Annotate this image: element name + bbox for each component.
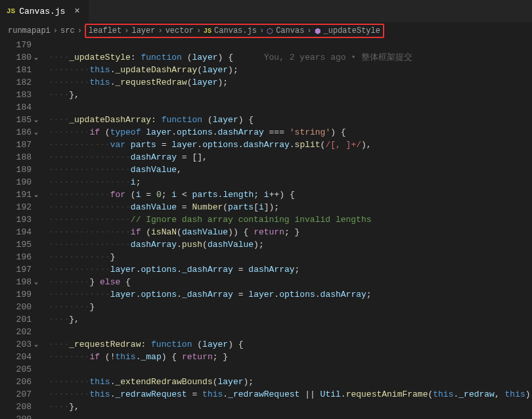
crumb-src[interactable]: src (60, 26, 75, 35)
code-line[interactable]: ········this._updateDashArray(layer); (49, 64, 532, 76)
gutter-line[interactable]: 209 (0, 413, 41, 419)
code-line[interactable]: ············for (i = 0; i < parts.length… (49, 188, 532, 201)
code-line[interactable]: ········} else { (49, 276, 532, 288)
code-line[interactable]: ········if (typeof layer.options.dashArr… (49, 126, 532, 139)
code-line[interactable]: ············var parts = layer.options.da… (49, 139, 532, 151)
gutter-line[interactable]: 188 (0, 151, 41, 164)
gutter-line[interactable]: 200 (0, 301, 41, 313)
code-line[interactable]: ········} (49, 301, 532, 313)
gutter-line[interactable]: 191⌄ (0, 188, 41, 201)
gutter-line[interactable]: 205 (0, 363, 41, 376)
line-number: 184 (13, 101, 32, 114)
gutter-line[interactable]: 208 (0, 401, 41, 413)
gutter-line[interactable]: 202 (0, 326, 41, 338)
gutter-line[interactable]: 197 (0, 263, 41, 276)
code-line[interactable]: ················i; (49, 176, 532, 188)
code-line[interactable]: ················dashValue = Number(parts… (49, 201, 532, 213)
gutter-line[interactable]: 182 (0, 76, 41, 89)
line-number: 198 (13, 276, 32, 288)
line-number: 182 (13, 76, 32, 89)
gutter-line[interactable]: 187 (0, 139, 41, 151)
crumb-file[interactable]: Canvas.js (214, 26, 257, 35)
gutter-line[interactable]: 194 (0, 226, 41, 238)
gutter-line[interactable]: 190 (0, 176, 41, 188)
crumb-method[interactable]: _updateStyle (324, 26, 380, 35)
code-line[interactable]: ············} (49, 251, 532, 263)
code-line[interactable] (49, 326, 532, 338)
code-line[interactable]: ····_requestRedraw: function (layer) { (49, 338, 532, 351)
line-number: 201 (13, 313, 32, 326)
crumb-layer[interactable]: layer (131, 26, 155, 35)
line-number: 209 (13, 413, 32, 419)
crumb-runmapapi[interactable]: runmapapi (8, 26, 51, 35)
gutter-line[interactable]: 183 (0, 89, 41, 101)
code-line[interactable]: ········if (!this._map) { return; } (49, 351, 532, 363)
fold-icon[interactable]: ⌄ (32, 188, 41, 201)
gutter-line[interactable]: 184 (0, 101, 41, 114)
line-number: 205 (13, 363, 32, 376)
code-line[interactable]: ················// Ignore dash array con… (49, 213, 532, 226)
fold-icon[interactable]: ⌄ (32, 51, 41, 64)
line-number: 194 (13, 226, 32, 238)
line-number: 199 (13, 288, 32, 301)
code-line[interactable]: ········this._redrawRequest = this._redr… (49, 388, 532, 401)
code-line[interactable]: ········this._requestRedraw(layer); (49, 76, 532, 89)
gutter-line[interactable]: 199 (0, 288, 41, 301)
method-icon: ⬢ (315, 27, 321, 35)
code-line[interactable]: ············layer.options._dashArray = d… (49, 263, 532, 276)
line-number: 183 (13, 89, 32, 101)
gutter-line[interactable]: 189 (0, 164, 41, 176)
code-area[interactable]: ····_updateStyle: function (layer) { You… (46, 39, 532, 419)
fold-icon[interactable]: ⌄ (32, 114, 41, 126)
gutter-line[interactable]: 207 (0, 388, 41, 401)
code-line[interactable]: ················dashArray.push(dashValue… (49, 238, 532, 251)
gutter-line[interactable]: 193 (0, 213, 41, 226)
line-number: 206 (13, 376, 32, 388)
code-line[interactable] (49, 39, 532, 51)
chevron-right-icon: › (259, 26, 264, 35)
line-number: 189 (13, 164, 32, 176)
gutter-line[interactable]: 179 (0, 39, 41, 51)
code-line[interactable] (49, 413, 532, 419)
code-line[interactable] (49, 101, 532, 114)
crumb-class[interactable]: Canvas (276, 26, 304, 35)
code-line[interactable]: ····_updateDashArray: function (layer) { (49, 114, 532, 126)
tab-label: Canvas.js (19, 7, 65, 16)
gutter-line[interactable]: 201 (0, 313, 41, 326)
fold-icon[interactable]: ⌄ (32, 276, 41, 288)
close-icon[interactable]: × (72, 6, 82, 16)
line-number: 190 (13, 176, 32, 188)
gutter-line[interactable]: 195 (0, 238, 41, 251)
gutter-line[interactable]: 180⌄ (0, 51, 41, 64)
line-number: 180 (13, 51, 32, 64)
gutter-line[interactable]: 186⌄ (0, 126, 41, 139)
fold-icon[interactable]: ⌄ (32, 126, 41, 139)
code-line[interactable]: ····}, (49, 89, 532, 101)
gutter-line[interactable]: 198⌄ (0, 276, 41, 288)
class-icon: ⬡ (267, 27, 273, 35)
gutter-line[interactable]: 185⌄ (0, 114, 41, 126)
fold-icon[interactable]: ⌄ (32, 338, 41, 351)
crumb-leaflet[interactable]: leaflet (89, 26, 122, 35)
code-line[interactable]: ····_updateStyle: function (layer) { You… (49, 51, 532, 64)
line-number: 207 (13, 388, 32, 401)
chevron-right-icon: › (158, 26, 162, 35)
code-line[interactable]: ····}, (49, 401, 532, 413)
code-line[interactable]: ····}, (49, 313, 532, 326)
editor[interactable]: 179180⌄181182183184185⌄186⌄1871881891901… (0, 39, 532, 419)
code-line[interactable]: ················dashValue, (49, 164, 532, 176)
gutter-line[interactable]: 196 (0, 251, 41, 263)
gutter-line[interactable]: 181 (0, 64, 41, 76)
breadcrumb: runmapapi › src › leaflet › layer › vect… (0, 23, 532, 39)
code-line[interactable]: ············layer.options._dashArray = l… (49, 288, 532, 301)
gutter-line[interactable]: 204 (0, 351, 41, 363)
code-line[interactable]: ················dashArray = [], (49, 151, 532, 164)
tab-canvasjs[interactable]: JS Canvas.js × (0, 0, 89, 23)
crumb-vector[interactable]: vector (166, 26, 194, 35)
gutter-line[interactable]: 203⌄ (0, 338, 41, 351)
gutter-line[interactable]: 206 (0, 376, 41, 388)
code-line[interactable]: ········this._extendRedrawBounds(layer); (49, 376, 532, 388)
code-line[interactable] (49, 363, 532, 376)
code-line[interactable]: ················if (isNaN(dashValue)) { … (49, 226, 532, 238)
gutter-line[interactable]: 192 (0, 201, 41, 213)
